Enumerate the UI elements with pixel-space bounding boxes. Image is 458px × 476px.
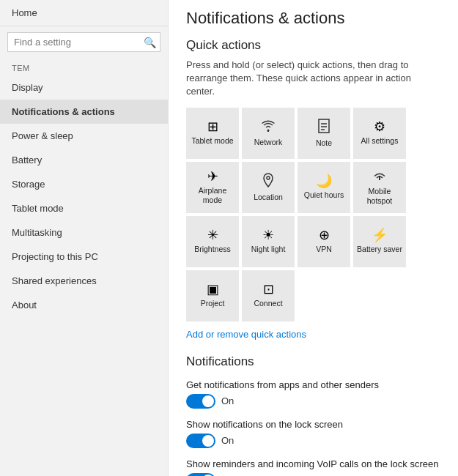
location-icon bbox=[263, 173, 273, 190]
qa-label-vpn: VPN bbox=[316, 245, 332, 254]
notif-toggle-row-0: On bbox=[186, 394, 440, 409]
tablet-mode-icon: ⊞ bbox=[207, 120, 218, 133]
qa-tile-vpn[interactable]: ⊕ VPN bbox=[298, 216, 350, 267]
vpn-icon: ⊕ bbox=[319, 228, 330, 242]
mobile-hotspot-icon bbox=[373, 168, 386, 184]
night-light-icon: ☀ bbox=[262, 228, 274, 242]
network-icon bbox=[261, 119, 276, 135]
qa-label-night-light: Night light bbox=[251, 245, 286, 254]
project-icon: ▣ bbox=[207, 283, 219, 296]
notif-toggle-2[interactable] bbox=[186, 473, 215, 476]
search-icon: 🔍 bbox=[144, 37, 156, 48]
sidebar-item-multitasking[interactable]: Multitasking bbox=[0, 220, 168, 245]
airplane-icon: ✈ bbox=[207, 170, 218, 183]
qa-label-quiet-hours: Quiet hours bbox=[304, 190, 344, 200]
sidebar-item-storage[interactable]: Storage bbox=[0, 172, 168, 196]
qa-tile-quiet-hours[interactable]: 🌙 Quiet hours bbox=[298, 162, 350, 213]
notifications-section: Notifications Get notifications from app… bbox=[186, 354, 440, 476]
sidebar-item-battery[interactable]: Battery bbox=[0, 148, 168, 172]
qa-tile-night-light[interactable]: ☀ Night light bbox=[242, 216, 295, 267]
sidebar-item-notifications[interactable]: Notifications & actions bbox=[0, 100, 168, 124]
notifications-title: Notifications bbox=[186, 354, 440, 369]
qa-tile-project[interactable]: ▣ Project bbox=[186, 270, 239, 321]
notif-item-0: Get notifications from apps and other se… bbox=[186, 379, 440, 409]
sidebar-home-label: Home bbox=[12, 7, 37, 18]
notif-item-2: Show reminders and incoming VoIP calls o… bbox=[186, 458, 440, 476]
qa-tile-connect[interactable]: ⊡ Connect bbox=[242, 270, 295, 321]
sidebar-item-shared[interactable]: Shared experiences bbox=[0, 269, 168, 293]
sidebar-item-tablet[interactable]: Tablet mode bbox=[0, 196, 168, 220]
notif-label-0: Get notifications from apps and other se… bbox=[186, 379, 440, 390]
qa-label-note: Note bbox=[316, 138, 332, 148]
quiet-hours-icon: 🌙 bbox=[316, 174, 332, 187]
add-remove-link[interactable]: Add or remove quick actions bbox=[186, 329, 440, 340]
qa-tile-all-settings[interactable]: ⚙ All settings bbox=[353, 108, 406, 159]
sidebar-section-label: tem bbox=[0, 58, 168, 75]
notif-toggle-1[interactable] bbox=[186, 434, 215, 448]
sidebar-search-container: 🔍 bbox=[7, 32, 160, 52]
notif-label-1: Show notifications on the lock screen bbox=[186, 419, 440, 430]
qa-label-airplane: Airplane mode bbox=[189, 186, 236, 204]
page-title: Notifications & actions bbox=[186, 9, 440, 28]
notif-state-0: On bbox=[221, 395, 234, 406]
sidebar-item-about[interactable]: About bbox=[0, 293, 168, 317]
qa-tile-battery-saver[interactable]: ⚡ Battery saver bbox=[353, 216, 406, 267]
notif-toggle-row-1: On bbox=[186, 434, 440, 448]
brightness-icon: ✳ bbox=[207, 228, 218, 242]
sidebar-item-display[interactable]: Display bbox=[0, 75, 168, 100]
svg-point-0 bbox=[267, 129, 270, 131]
quick-actions-grid: ⊞ Tablet mode Network bbox=[186, 108, 440, 321]
qa-tile-location[interactable]: Location bbox=[242, 162, 295, 213]
qa-label-connect: Connect bbox=[254, 299, 282, 308]
qa-tile-airplane[interactable]: ✈ Airplane mode bbox=[186, 162, 239, 213]
sidebar-home[interactable]: Home bbox=[0, 0, 168, 26]
qa-tile-mobile-hotspot[interactable]: Mobile hotspot bbox=[353, 162, 406, 213]
svg-point-5 bbox=[267, 176, 270, 179]
svg-rect-1 bbox=[319, 119, 329, 133]
qa-tile-brightness[interactable]: ✳ Brightness bbox=[186, 216, 239, 267]
qa-label-brightness: Brightness bbox=[194, 245, 231, 254]
all-settings-icon: ⚙ bbox=[374, 120, 385, 133]
notif-item-1: Show notifications on the lock screen On bbox=[186, 419, 440, 448]
qa-label-all-settings: All settings bbox=[361, 136, 399, 146]
qa-label-network: Network bbox=[254, 138, 283, 147]
qa-label-project: Project bbox=[201, 299, 225, 308]
qa-tile-network[interactable]: Network bbox=[242, 108, 295, 159]
battery-saver-icon: ⚡ bbox=[372, 228, 388, 242]
qa-label-location: Location bbox=[254, 193, 283, 202]
note-icon bbox=[317, 119, 330, 135]
quick-actions-title: Quick actions bbox=[186, 38, 440, 53]
qa-tile-note[interactable]: Note bbox=[298, 108, 350, 159]
connect-icon: ⊡ bbox=[263, 283, 274, 296]
notif-state-1: On bbox=[221, 435, 234, 446]
sidebar-item-power[interactable]: Power & sleep bbox=[0, 124, 168, 148]
qa-label-tablet-mode: Tablet mode bbox=[191, 136, 233, 146]
qa-label-battery-saver: Battery saver bbox=[357, 245, 402, 254]
quick-actions-description: Press and hold (or select) quick actions… bbox=[186, 59, 440, 99]
notif-toggle-row-2: On bbox=[186, 473, 440, 476]
search-input[interactable] bbox=[7, 32, 160, 52]
qa-tile-tablet-mode[interactable]: ⊞ Tablet mode bbox=[186, 108, 239, 159]
sidebar: Home 🔍 tem Display Notifications & actio… bbox=[0, 0, 169, 476]
notif-label-2: Show reminders and incoming VoIP calls o… bbox=[186, 458, 440, 469]
main-content: Notifications & actions Quick actions Pr… bbox=[169, 0, 458, 476]
notif-toggle-0[interactable] bbox=[186, 394, 215, 409]
qa-label-mobile-hotspot: Mobile hotspot bbox=[356, 187, 403, 205]
sidebar-item-projecting[interactable]: Projecting to this PC bbox=[0, 245, 168, 269]
